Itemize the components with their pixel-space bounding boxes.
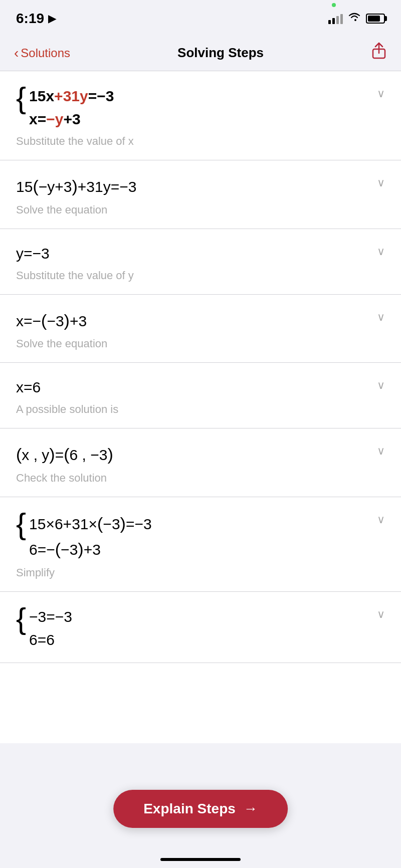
brace-icon-7: { xyxy=(16,509,26,539)
step-2-equation: 15(−y+3)+31y=−3 xyxy=(16,178,136,195)
signal-bars xyxy=(328,13,343,24)
share-button[interactable] xyxy=(371,42,387,64)
back-chevron-icon: ‹ xyxy=(14,45,19,61)
step-2-header: 15(−y+3)+31y=−3 ∨ xyxy=(16,174,385,198)
step-1-equations: 15x+31y=−3 x=−y+3 xyxy=(29,85,114,130)
expand-icon-2[interactable]: ∨ xyxy=(377,176,385,189)
wifi-activity-dot xyxy=(332,3,336,7)
expand-icon-7[interactable]: ∨ xyxy=(377,513,385,526)
step-8: { −3=−3 6=6 ∨ xyxy=(0,592,401,663)
step-6-description: Check the solution xyxy=(16,472,385,485)
step-3-header: y=−3 ∨ xyxy=(16,243,385,264)
wifi-icon xyxy=(348,12,361,25)
step-6: (x , y)=(6 , −3) ∨ Check the solution xyxy=(0,428,401,497)
expand-icon-5[interactable]: ∨ xyxy=(377,379,385,392)
step-8-eq1: −3=−3 xyxy=(29,606,72,628)
status-bar: 6:19 ▶ xyxy=(0,0,401,35)
step-1-eq1: 15x+31y=−3 xyxy=(29,85,114,107)
step-7-eq1: 15×6+31×(−3)=−3 xyxy=(29,511,152,536)
step-8-math: { −3=−3 6=6 xyxy=(16,606,372,650)
step-4-math: x=−(−3)+3 xyxy=(16,309,372,333)
location-icon: ▶ xyxy=(48,13,56,25)
expand-icon-4[interactable]: ∨ xyxy=(377,311,385,324)
step-2-description: Solve the equation xyxy=(16,203,385,216)
step-7-math: { 15×6+31×(−3)=−3 6=−(−3)+3 xyxy=(16,511,372,562)
step-3-equation: y=−3 xyxy=(16,245,50,262)
step-8-eq2: 6=6 xyxy=(29,629,72,651)
step-5-math: x=6 xyxy=(16,377,372,398)
time-display: 6:19 xyxy=(16,11,44,27)
step-6-header: (x , y)=(6 , −3) ∨ xyxy=(16,443,385,467)
step-7-equations: 15×6+31×(−3)=−3 6=−(−3)+3 xyxy=(29,511,152,562)
step-7-description: Simplify xyxy=(16,566,385,579)
step-4-equation: x=−(−3)+3 xyxy=(16,313,87,329)
steps-content: { 15x+31y=−3 x=−y+3 ∨ Substitute the val… xyxy=(0,71,401,743)
back-label: Solutions xyxy=(21,46,70,60)
step-6-math: (x , y)=(6 , −3) xyxy=(16,443,372,467)
expand-icon-1[interactable]: ∨ xyxy=(377,87,385,100)
step-5-description: A possible solution is xyxy=(16,403,385,416)
page-title: Solving Steps xyxy=(177,45,264,61)
step-1-eq2: x=−y+3 xyxy=(29,108,114,130)
nav-bar: ‹ Solutions Solving Steps xyxy=(0,35,401,71)
battery-icon xyxy=(366,14,385,24)
step-1-header: { 15x+31y=−3 x=−y+3 ∨ xyxy=(16,85,385,130)
step-3: y=−3 ∨ Substitute the value of y xyxy=(0,229,401,295)
step-4-header: x=−(−3)+3 ∨ xyxy=(16,309,385,333)
step-2-math: 15(−y+3)+31y=−3 xyxy=(16,174,372,198)
explain-steps-button[interactable]: Explain Steps → xyxy=(113,790,288,828)
home-indicator xyxy=(160,858,241,861)
brace-icon-8: { xyxy=(16,604,26,634)
step-4: x=−(−3)+3 ∨ Solve the equation xyxy=(0,295,401,363)
step-8-equations: −3=−3 6=6 xyxy=(29,606,72,650)
step-3-math: y=−3 xyxy=(16,243,372,264)
expand-icon-8[interactable]: ∨ xyxy=(377,608,385,621)
explain-steps-label: Explain Steps xyxy=(143,801,236,817)
step-1-math: { 15x+31y=−3 x=−y+3 xyxy=(16,85,372,130)
expand-icon-6[interactable]: ∨ xyxy=(377,445,385,458)
explain-steps-container: Explain Steps → xyxy=(113,790,288,828)
step-6-equation: (x , y)=(6 , −3) xyxy=(16,447,113,463)
status-time: 6:19 ▶ xyxy=(16,11,56,27)
step-7-eq2: 6=−(−3)+3 xyxy=(29,537,152,561)
step-1: { 15x+31y=−3 x=−y+3 ∨ Substitute the val… xyxy=(0,71,401,160)
brace-icon: { xyxy=(16,83,26,113)
step-1-description: Substitute the value of x xyxy=(16,135,385,148)
expand-icon-3[interactable]: ∨ xyxy=(377,245,385,258)
explain-steps-arrow: → xyxy=(244,801,258,817)
step-7-header: { 15×6+31×(−3)=−3 6=−(−3)+3 ∨ xyxy=(16,511,385,562)
step-7: { 15×6+31×(−3)=−3 6=−(−3)+3 ∨ Simplify xyxy=(0,497,401,592)
step-2: 15(−y+3)+31y=−3 ∨ Solve the equation xyxy=(0,160,401,229)
step-4-description: Solve the equation xyxy=(16,337,385,350)
status-icons xyxy=(328,12,385,25)
back-button[interactable]: ‹ Solutions xyxy=(14,45,70,61)
step-8-header: { −3=−3 6=6 ∨ xyxy=(16,606,385,650)
step-3-description: Substitute the value of y xyxy=(16,269,385,282)
step-5-header: x=6 ∨ xyxy=(16,377,385,398)
step-5: x=6 ∨ A possible solution is xyxy=(0,363,401,428)
step-5-equation: x=6 xyxy=(16,379,41,395)
